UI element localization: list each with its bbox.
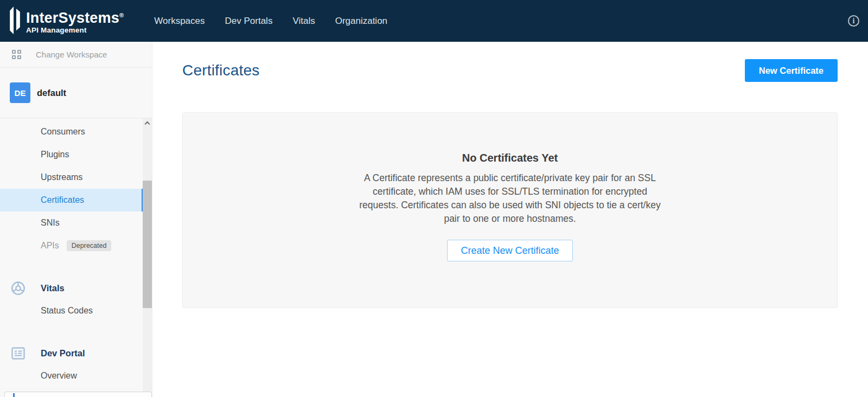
sidebar-item-status-codes[interactable]: Status Codes: [0, 299, 143, 322]
sidebar-item-label: SNIs: [41, 218, 60, 228]
sidebar-scrollbar[interactable]: [143, 118, 152, 392]
deprecated-badge: Deprecated: [67, 240, 112, 252]
sidebar-item-consumers[interactable]: Consumers: [0, 120, 143, 143]
change-workspace-label: Change Workspace: [36, 50, 107, 59]
sidebar-item-snis[interactable]: SNIs: [0, 212, 143, 234]
sidebar-item-label: Certificates: [41, 195, 84, 205]
footer-indicator: [13, 393, 15, 397]
brand-name: InterSystems®: [26, 8, 124, 25]
nav-workspaces[interactable]: Workspaces: [154, 0, 205, 42]
nav-dev-portals[interactable]: Dev Portals: [225, 0, 273, 42]
sidebar-item-label: Upstreams: [41, 172, 82, 182]
sidebar: Change Workspace DE default Consumers Pl…: [0, 42, 152, 397]
sidebar-item-label: APIs: [41, 241, 59, 251]
brand-logo[interactable]: InterSystems® API Management: [10, 7, 124, 35]
sidebar-item-label: Plugins: [41, 150, 69, 159]
brand-name-text: InterSystems: [26, 10, 119, 26]
sidebar-item-label: Consumers: [41, 127, 85, 137]
nav-vitals[interactable]: Vitals: [292, 0, 315, 42]
sidebar-section-vitals[interactable]: Vitals: [0, 277, 143, 299]
sidebar-item-label: Status Codes: [41, 306, 93, 316]
sidebar-item-certificates[interactable]: Certificates: [0, 189, 143, 212]
sidebar-footer-bar: [4, 392, 152, 397]
description-line: pair to one or more hostnames.: [183, 212, 837, 226]
info-icon-glyph: i: [853, 17, 855, 25]
chevron-up-icon: [145, 121, 150, 127]
page-header: Certificates New Certificate: [182, 58, 838, 83]
intersystems-logo-icon: [10, 7, 21, 35]
document-list-icon: [11, 346, 25, 361]
create-new-certificate-button[interactable]: Create New Certificate: [447, 240, 572, 261]
description-line: A Certificate represents a public certif…: [183, 171, 837, 185]
sidebar-item-upstreams[interactable]: Upstreams: [0, 166, 143, 189]
empty-state-description: A Certificate represents a public certif…: [183, 171, 837, 226]
change-workspace-button[interactable]: Change Workspace: [0, 42, 152, 68]
sidebar-section-dev-portal[interactable]: Dev Portal: [0, 342, 143, 364]
empty-state-panel: No Certificates Yet A Certificate repres…: [182, 112, 838, 308]
description-line: requests. Certificates can also be used …: [183, 198, 837, 212]
sidebar-section-label: Vitals: [41, 283, 65, 293]
registered-mark: ®: [119, 12, 124, 18]
workspace-grid-icon: [12, 50, 21, 59]
sidebar-item-label: Overview: [41, 371, 77, 381]
empty-state-title: No Certificates Yet: [183, 152, 837, 164]
scrollbar-up-button[interactable]: [143, 118, 152, 127]
page-title: Certificates: [182, 62, 259, 79]
description-line: certificate, which IAM uses for SSL/TLS …: [183, 185, 837, 198]
nav-organization[interactable]: Organization: [335, 0, 387, 42]
new-certificate-button[interactable]: New Certificate: [745, 59, 838, 82]
top-navbar: InterSystems® API Management Workspaces …: [0, 0, 868, 42]
vitals-gauge-icon: [11, 281, 25, 296]
brand-subtitle: API Management: [26, 26, 124, 34]
brand-text: InterSystems® API Management: [26, 8, 124, 34]
top-navigation: Workspaces Dev Portals Vitals Organizati…: [154, 0, 387, 42]
main-content: Certificates New Certificate No Certific…: [152, 42, 868, 397]
sidebar-menu: Consumers Plugins Upstreams Certificates…: [0, 118, 143, 387]
sidebar-item-overview[interactable]: Overview: [0, 364, 143, 387]
current-workspace[interactable]: DE default: [0, 68, 152, 118]
sidebar-item-plugins[interactable]: Plugins: [0, 143, 143, 166]
sidebar-section-label: Dev Portal: [41, 348, 85, 358]
workspace-name: default: [37, 88, 66, 98]
sidebar-item-apis[interactable]: APIs Deprecated: [0, 234, 143, 257]
scrollbar-thumb[interactable]: [143, 181, 152, 308]
info-icon[interactable]: i: [848, 15, 859, 27]
workspace-avatar: DE: [10, 82, 30, 103]
